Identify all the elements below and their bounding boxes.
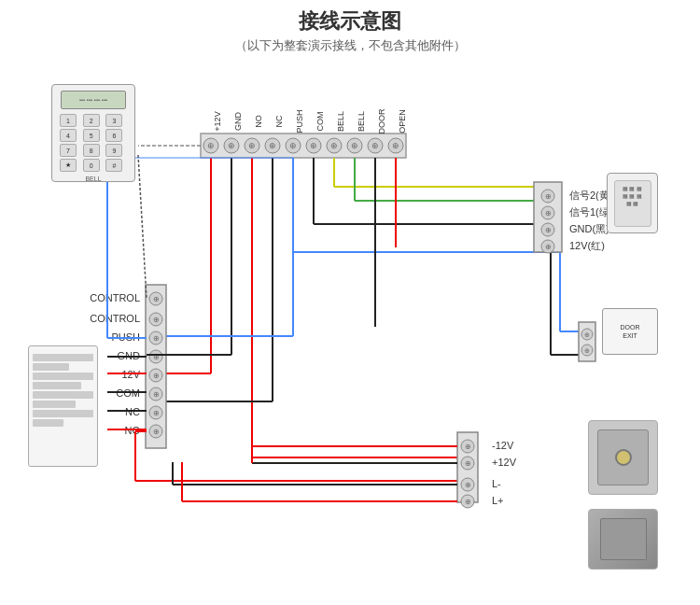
- svg-text:⊕: ⊕: [153, 316, 160, 324]
- svg-text:L-: L-: [492, 478, 501, 489]
- power-line-2: [33, 363, 69, 371]
- svg-text:⊕: ⊕: [465, 498, 471, 506]
- keypad-label: BELL: [52, 176, 134, 182]
- power-line-4: [33, 382, 81, 389]
- power-line-3: [33, 373, 93, 380]
- svg-text:BELL: BELL: [336, 111, 345, 132]
- bell-device: ▦ ▦ ▦▦ ▦ ▦▦ ▦: [607, 173, 658, 233]
- svg-text:⊕: ⊕: [248, 141, 256, 150]
- power-supply-body: [29, 346, 97, 434]
- svg-text:⊕: ⊕: [545, 226, 552, 234]
- keypad-key-8: 8: [83, 144, 100, 157]
- svg-text:⊕: ⊕: [584, 347, 590, 354]
- svg-text:⊕: ⊕: [153, 409, 160, 417]
- svg-text:⊕: ⊕: [153, 334, 160, 343]
- svg-text:⊕: ⊕: [392, 141, 399, 150]
- svg-text:⊕: ⊕: [153, 390, 160, 399]
- keypad-key-hash: #: [105, 159, 122, 172]
- svg-text:⊕: ⊕: [269, 141, 276, 150]
- svg-text:⊕: ⊕: [465, 459, 471, 468]
- svg-text:⊕: ⊕: [545, 209, 552, 218]
- svg-text:GND: GND: [233, 112, 243, 132]
- svg-text:L+: L+: [492, 495, 504, 506]
- lock-body-1: [597, 429, 649, 485]
- svg-text:BELL: BELL: [357, 111, 366, 132]
- svg-text:⊕: ⊕: [153, 428, 160, 436]
- keypad-key-9: 9: [105, 144, 122, 157]
- svg-text:⊕: ⊕: [228, 141, 235, 150]
- keypad-key-6: 6: [105, 129, 122, 142]
- svg-text:-12V: -12V: [492, 440, 514, 451]
- svg-text:⊕: ⊕: [465, 443, 471, 451]
- svg-text:⊕: ⊕: [371, 141, 379, 150]
- svg-text:⊕: ⊕: [465, 481, 471, 489]
- svg-rect-74: [146, 285, 166, 448]
- svg-text:CONTROL: CONTROL: [90, 313, 140, 324]
- keypad-key-7: 7: [60, 144, 77, 157]
- lock-cylinder-1: [615, 449, 632, 466]
- svg-text:NO: NO: [254, 115, 263, 128]
- lock-device-1: [588, 420, 658, 495]
- keypad-device: ••• ••• ••• ••• 1 2 3 4 5 6 7 8 9 ★ 0 # …: [51, 84, 135, 182]
- svg-text:+12V: +12V: [492, 457, 517, 468]
- keypad-key-4: 4: [60, 129, 77, 142]
- svg-text:CONTROL: CONTROL: [90, 292, 140, 303]
- svg-text:⊕: ⊕: [153, 295, 160, 303]
- keypad-key-1: 1: [60, 114, 77, 127]
- keypad-key-0: 0: [83, 159, 100, 172]
- power-line-7: [33, 410, 93, 417]
- svg-text:⊕: ⊕: [310, 141, 317, 150]
- svg-text:OPEN: OPEN: [398, 109, 407, 134]
- keypad-key-star: ★: [60, 159, 77, 172]
- svg-text:⊕: ⊕: [351, 141, 358, 150]
- svg-text:⊕: ⊕: [330, 141, 338, 150]
- svg-text:GND(黑): GND(黑): [569, 223, 609, 234]
- diagram-container: 接线示意图 （以下为整套演示接线，不包含其他附件） ⊕ ⊕ ⊕ ⊕ ⊕ ⊕ ⊕ …: [0, 0, 700, 605]
- power-line-5: [33, 391, 93, 399]
- keypad-key-3: 3: [105, 114, 122, 127]
- keypad-screen: ••• ••• ••• •••: [61, 91, 126, 109]
- power-line-6: [33, 401, 76, 408]
- bell-inner: ▦ ▦ ▦▦ ▦ ▦▦ ▦: [614, 180, 651, 227]
- svg-text:⊕: ⊕: [545, 243, 552, 251]
- svg-text:⊕: ⊕: [289, 141, 297, 150]
- svg-text:DOOR: DOOR: [377, 108, 386, 134]
- svg-text:COM: COM: [315, 112, 325, 132]
- svg-line-132: [138, 155, 147, 299]
- keypad-key-5: 5: [83, 129, 100, 142]
- exit-label: EXIT: [623, 332, 637, 339]
- exit-button-label: DOOR EXIT: [621, 323, 640, 340]
- svg-text:12V(红): 12V(红): [569, 240, 605, 251]
- svg-text:⊕: ⊕: [153, 372, 160, 380]
- lock-device-2: [588, 509, 658, 570]
- exit-button-device: DOOR EXIT: [602, 308, 658, 355]
- svg-text:PUSH: PUSH: [295, 109, 304, 133]
- svg-text:⊕: ⊕: [584, 331, 590, 338]
- svg-text:+12V: +12V: [213, 111, 222, 131]
- svg-text:NC: NC: [274, 115, 284, 127]
- svg-text:⊕: ⊕: [545, 192, 552, 201]
- keypad-key-2: 2: [83, 114, 100, 127]
- power-line-1: [33, 354, 93, 361]
- power-line-8: [33, 419, 63, 427]
- svg-text:⊕: ⊕: [207, 141, 215, 150]
- power-supply-device: [28, 345, 98, 467]
- door-label: DOOR: [621, 324, 640, 331]
- keypad-keys: 1 2 3 4 5 6 7 8 9 ★ 0 #: [52, 112, 134, 174]
